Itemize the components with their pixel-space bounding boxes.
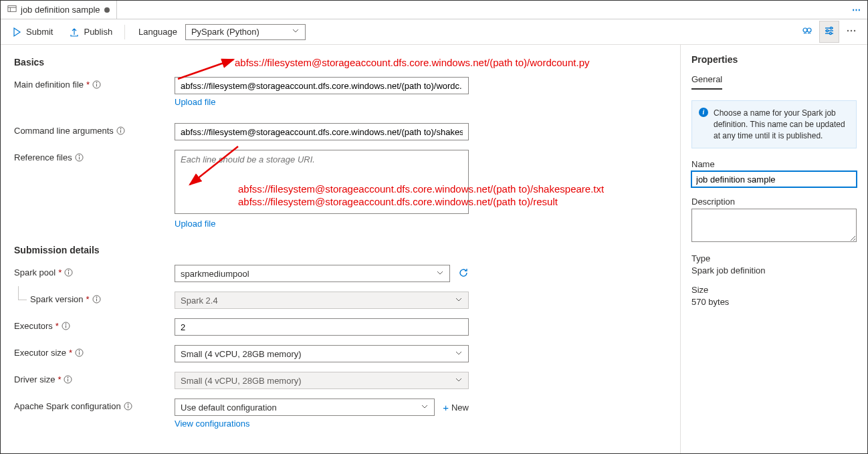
more-icon-button[interactable]	[842, 21, 861, 42]
tabbar: job definition sample ⋯	[1, 1, 867, 19]
info-icon[interactable]	[92, 80, 101, 89]
config-select[interactable]: Use default configuration	[175, 399, 435, 416]
chevron-down-icon	[455, 376, 463, 386]
svg-point-9	[831, 27, 833, 29]
properties-heading: Properties	[691, 54, 857, 65]
executor-size-select[interactable]: Small (4 vCPU, 28GB memory)	[175, 345, 469, 362]
settings-icon-button[interactable]	[819, 21, 839, 43]
svg-point-4	[803, 28, 807, 32]
new-config-button[interactable]: + New	[443, 402, 469, 413]
description-textarea[interactable]	[691, 209, 857, 242]
svg-point-30	[68, 270, 69, 271]
publish-label: Publish	[84, 27, 112, 37]
required-icon: *	[69, 348, 72, 358]
view-configurations-link[interactable]: View configurations	[175, 419, 250, 429]
size-label: Size	[691, 285, 857, 295]
required-icon: *	[86, 80, 90, 90]
spark-pool-select[interactable]: sparkmediumpool	[175, 265, 450, 282]
svg-point-39	[79, 350, 80, 351]
info-message: i Choose a name for your Spark job defin…	[691, 100, 857, 148]
submit-button[interactable]: Submit	[7, 24, 57, 40]
toolbar: Submit Publish Language PySpark (Python)	[1, 19, 867, 45]
info-badge-icon: i	[699, 108, 708, 117]
language-select[interactable]: PySpark (Python)	[185, 24, 306, 40]
chevron-down-icon	[436, 269, 444, 279]
form-area: abfss://filesystem@storageaccount.dfs.co…	[1, 45, 680, 453]
svg-point-12	[847, 30, 849, 31]
svg-point-14	[854, 30, 855, 31]
svg-rect-0	[8, 6, 16, 12]
cmd-args-input[interactable]	[175, 123, 469, 140]
driver-size-label: Driver size	[14, 374, 55, 384]
unsaved-indicator-icon	[104, 7, 110, 13]
description-label: Description	[691, 197, 857, 207]
feedback-icon-button[interactable]	[798, 21, 817, 42]
info-icon[interactable]	[64, 268, 73, 277]
required-icon: *	[58, 267, 62, 277]
spark-version-label: Spark version	[30, 294, 83, 304]
svg-point-45	[128, 404, 128, 405]
required-icon: *	[86, 294, 89, 304]
language-label: Language	[138, 27, 177, 37]
required-icon: *	[56, 321, 59, 331]
info-text: Choose a name for your Spark job definit…	[714, 108, 845, 140]
required-icon: *	[58, 374, 61, 384]
svg-point-24	[120, 128, 121, 129]
chevron-down-icon	[292, 27, 300, 37]
driver-size-select: Small (4 vCPU, 28GB memory)	[175, 372, 469, 389]
svg-point-13	[851, 30, 852, 31]
svg-point-42	[68, 377, 68, 378]
tab-title: job definition sample	[21, 5, 100, 15]
svg-point-10	[827, 30, 829, 32]
type-label: Type	[691, 253, 857, 263]
info-icon[interactable]	[64, 375, 72, 384]
spark-pool-value: sparkmediumpool	[181, 269, 249, 279]
executors-label: Executors	[14, 321, 53, 331]
main-def-file-input[interactable]	[175, 77, 469, 94]
executor-size-value: Small (4 vCPU, 28GB memory)	[181, 349, 302, 359]
properties-panel: Properties General i Choose a name for y…	[680, 45, 867, 453]
svg-marker-3	[14, 28, 20, 36]
tabbar-more-icon[interactable]: ⋯	[852, 1, 867, 19]
language-value: PySpark (Python)	[191, 27, 259, 37]
ref-files-textarea[interactable]	[175, 150, 469, 214]
executor-size-label: Executor size	[14, 348, 66, 358]
name-input[interactable]	[691, 171, 857, 187]
svg-point-36	[66, 324, 66, 324]
spark-job-icon	[7, 4, 17, 15]
tab-general[interactable]: General	[691, 74, 722, 90]
submit-label: Submit	[26, 27, 53, 37]
plus-icon: +	[443, 402, 449, 413]
spark-pool-label: Spark pool	[14, 267, 56, 277]
executors-input[interactable]	[175, 318, 469, 336]
svg-point-33	[96, 297, 97, 298]
info-icon[interactable]	[92, 295, 101, 304]
svg-point-11	[830, 33, 832, 35]
upload-file-link-2[interactable]: Upload file	[175, 219, 215, 229]
main-def-file-label: Main definition file	[14, 80, 84, 90]
size-value: 570 bytes	[691, 297, 857, 307]
spark-version-value: Spark 2.4	[181, 296, 218, 306]
chevron-down-icon	[455, 296, 463, 306]
refresh-button[interactable]	[458, 267, 469, 280]
info-icon[interactable]	[75, 348, 84, 357]
info-icon[interactable]	[75, 153, 84, 162]
svg-point-5	[807, 28, 811, 32]
chevron-down-icon	[455, 349, 463, 359]
driver-size-value: Small (4 vCPU, 28GB memory)	[181, 376, 302, 386]
config-value: Use default configuration	[181, 403, 277, 413]
basics-heading: Basics	[14, 57, 667, 68]
info-icon[interactable]	[124, 402, 132, 411]
info-icon[interactable]	[116, 126, 125, 135]
info-icon[interactable]	[62, 322, 70, 330]
cmd-args-label: Command line arguments	[14, 126, 114, 136]
tab-job-definition[interactable]: job definition sample	[1, 1, 117, 19]
upload-file-link[interactable]: Upload file	[175, 97, 215, 107]
name-label: Name	[691, 159, 857, 169]
svg-point-21	[96, 82, 97, 83]
type-value: Spark job definition	[691, 265, 857, 275]
chevron-down-icon	[421, 403, 429, 413]
config-label: Apache Spark configuration	[14, 401, 121, 411]
publish-button[interactable]: Publish	[65, 24, 116, 40]
spark-version-select: Spark 2.4	[175, 292, 469, 309]
